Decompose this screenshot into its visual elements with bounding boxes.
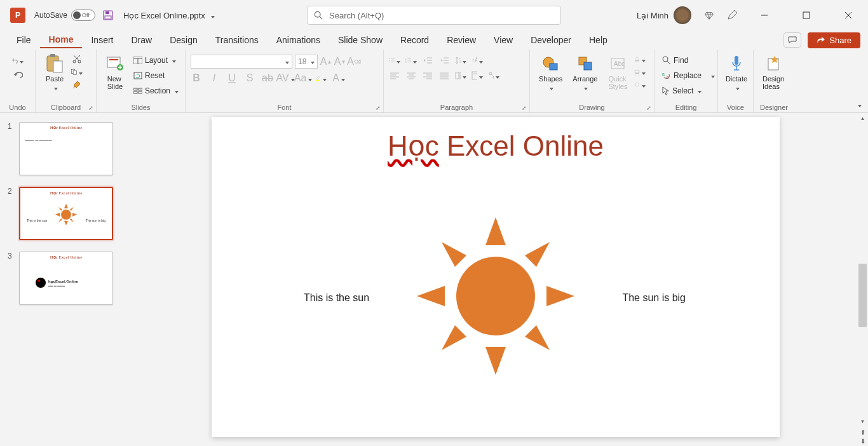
vertical-scrollbar[interactable]: ▲ ▼ ⬆ ⬇ <box>857 113 868 446</box>
dictate-button[interactable]: Dictate <box>723 52 750 93</box>
tab-record[interactable]: Record <box>391 32 438 48</box>
search-box[interactable]: Search (Alt+Q) <box>307 6 561 25</box>
quick-styles-button[interactable]: AbcQuick Styles <box>604 52 632 91</box>
copy-button[interactable] <box>71 66 83 78</box>
decrease-indent-button[interactable] <box>422 55 433 66</box>
tab-developer[interactable]: Developer <box>522 32 580 48</box>
svg-point-16 <box>78 60 81 63</box>
user-account[interactable]: Lại Minh <box>637 6 691 24</box>
char-spacing-button[interactable]: AV <box>280 72 291 84</box>
tab-animations[interactable]: Animations <box>268 32 329 48</box>
font-launcher[interactable]: ⤢ <box>376 105 381 111</box>
slide-editor[interactable]: Học Excel Online T <box>132 113 868 446</box>
slide-text-left[interactable]: This is the sun <box>304 292 369 304</box>
increase-indent-button[interactable] <box>438 55 450 66</box>
tab-home[interactable]: Home <box>40 32 83 48</box>
font-color-button[interactable]: A <box>333 72 344 84</box>
decrease-font-button[interactable]: A▼ <box>334 56 346 67</box>
shapes-button[interactable]: Shapes <box>535 52 566 93</box>
comments-button[interactable] <box>783 32 801 48</box>
tab-insert[interactable]: Insert <box>82 32 122 48</box>
align-left-button[interactable] <box>389 70 400 81</box>
find-button[interactable]: Find <box>660 53 691 67</box>
tab-help[interactable]: Help <box>580 32 616 48</box>
strikethrough-button[interactable]: ab <box>262 72 273 84</box>
autosave-toggle-group[interactable]: AutoSave Off <box>34 10 95 21</box>
save-icon[interactable] <box>103 10 113 20</box>
drawing-launcher[interactable]: ⤢ <box>646 105 651 111</box>
svg-text:Abc: Abc <box>614 60 625 67</box>
scroll-track[interactable] <box>857 124 868 416</box>
shape-outline-button[interactable] <box>634 66 646 78</box>
change-case-button[interactable]: Aa <box>297 72 309 84</box>
select-button[interactable]: Select <box>660 84 704 98</box>
share-button[interactable]: Share <box>808 32 860 48</box>
tab-file[interactable]: File <box>8 32 40 48</box>
clipboard-launcher[interactable]: ⤢ <box>88 105 93 111</box>
shadow-button[interactable]: S <box>244 72 255 84</box>
tab-review[interactable]: Review <box>438 32 485 48</box>
slide-thumbnail-3[interactable]: Học Excel Online họcExcel.Online ▬▬ ▬ ▬▬… <box>19 252 113 305</box>
undo-button[interactable] <box>12 55 24 66</box>
paragraph-launcher[interactable]: ⤢ <box>522 105 527 111</box>
minimize-button[interactable] <box>750 5 779 25</box>
cut-button[interactable] <box>71 53 83 65</box>
next-slide-button[interactable]: ⬇ <box>858 437 867 445</box>
increase-font-button[interactable]: A▲ <box>320 56 332 67</box>
slide-title[interactable]: Học Excel Online <box>212 117 780 163</box>
scroll-down-button[interactable]: ▼ <box>857 416 868 427</box>
justify-button[interactable] <box>438 70 450 81</box>
prev-slide-button[interactable]: ⬆ <box>858 428 867 436</box>
slide-canvas[interactable]: Học Excel Online T <box>212 117 780 437</box>
highlight-button[interactable] <box>315 72 327 84</box>
underline-button[interactable]: U <box>226 72 238 84</box>
font-size-combo[interactable]: 18 <box>295 55 318 69</box>
sun-shape[interactable] <box>413 213 578 379</box>
smartart-button[interactable] <box>488 70 499 81</box>
close-button[interactable] <box>834 5 863 25</box>
italic-button[interactable]: I <box>208 72 220 84</box>
tab-view[interactable]: View <box>485 32 522 48</box>
scroll-thumb[interactable] <box>858 264 867 327</box>
replace-button[interactable]: abReplace <box>660 69 717 83</box>
svg-rect-83 <box>550 64 557 70</box>
align-text-button[interactable] <box>471 70 483 81</box>
filename-dropdown-icon[interactable] <box>209 11 215 20</box>
maximize-button[interactable] <box>792 5 821 25</box>
reset-button[interactable]: Reset <box>131 69 181 83</box>
arrange-button[interactable]: Arrange <box>569 52 601 93</box>
line-spacing-button[interactable] <box>455 55 466 66</box>
shape-fill-button[interactable] <box>634 53 646 65</box>
slide-thumbnail-2[interactable]: Học Excel Online This is the sun The sun… <box>19 187 113 240</box>
layout-button[interactable]: Layout <box>131 53 181 67</box>
diamond-icon[interactable] <box>704 10 714 20</box>
design-ideas-button[interactable]: Design Ideas <box>759 52 788 91</box>
tab-slideshow[interactable]: Slide Show <box>329 32 391 48</box>
filename[interactable]: Học Excel Online.pptx <box>123 11 215 20</box>
format-painter-button[interactable] <box>71 79 83 90</box>
numbering-button[interactable]: 123 <box>405 55 417 66</box>
bullets-button[interactable] <box>389 55 400 66</box>
ribbon-collapse-button[interactable] <box>856 101 862 109</box>
bold-button[interactable]: B <box>191 72 202 84</box>
redo-button[interactable] <box>12 70 24 81</box>
slide-thumbnail-1[interactable]: Học Excel Online ▬▬▬ ▬ ▬▬▬▬ <box>19 122 113 175</box>
section-button[interactable]: Section <box>131 84 181 98</box>
slide-title-word1: Học <box>388 130 439 161</box>
text-direction-button[interactable]: ↕A <box>471 55 483 66</box>
paste-button[interactable]: Paste <box>41 52 69 93</box>
columns-button[interactable] <box>455 70 466 81</box>
new-slide-button[interactable]: New Slide <box>102 52 128 91</box>
align-center-button[interactable] <box>405 70 417 81</box>
slide-text-right[interactable]: The sun is big <box>622 292 686 304</box>
font-name-combo[interactable] <box>191 55 292 69</box>
shape-effects-button[interactable] <box>634 79 646 90</box>
tab-design[interactable]: Design <box>161 32 207 48</box>
clear-formatting-button[interactable]: A⌫ <box>348 56 360 67</box>
pen-icon[interactable] <box>727 10 737 20</box>
scroll-up-button[interactable]: ▲ <box>857 113 868 124</box>
align-right-button[interactable] <box>422 70 433 81</box>
tab-transitions[interactable]: Transitions <box>207 32 268 48</box>
tab-draw[interactable]: Draw <box>122 32 161 48</box>
autosave-switch[interactable]: Off <box>71 10 95 21</box>
